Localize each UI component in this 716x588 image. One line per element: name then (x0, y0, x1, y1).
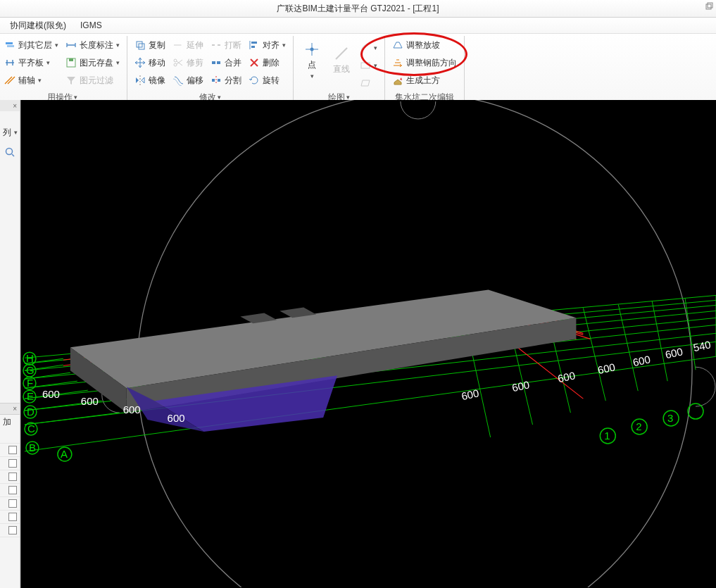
svg-text:A: A (61, 448, 68, 460)
svg-text:540: 540 (692, 338, 712, 354)
delete-icon (249, 57, 260, 68)
arc-button: ▾ (357, 40, 380, 56)
checkbox[interactable] (8, 499, 17, 508)
checkbox[interactable] (8, 486, 17, 494)
svg-text:600: 600 (123, 404, 141, 415)
checkbox[interactable] (8, 513, 17, 521)
checkbox[interactable] (8, 526, 17, 534)
length-dim-button[interactable]: 长度标注▾ (63, 37, 123, 53)
arc-icon (360, 42, 371, 54)
viewport-3d[interactable]: H G F E D C B A 1 2 3 600 600 600 600 60… (20, 100, 716, 588)
extend-icon (172, 39, 184, 51)
copy-button[interactable]: 复制 (132, 37, 168, 53)
list-button[interactable]: 列 ▾ (0, 125, 20, 139)
element-store-icon (65, 57, 77, 68)
svg-rect-15 (251, 46, 255, 48)
window-restore-icon[interactable] (705, 2, 714, 11)
align-icon (249, 39, 260, 51)
chevron-down-icon: ▾ (38, 77, 42, 84)
align-board-button[interactable]: 平齐板▾ (1, 55, 61, 70)
svg-rect-12 (212, 79, 215, 82)
property-row[interactable] (0, 457, 20, 470)
element-filter-button: 图元过滤 (63, 73, 123, 88)
checkbox[interactable] (8, 446, 17, 454)
svg-text:F: F (27, 377, 33, 389)
point-icon (303, 41, 320, 58)
svg-rect-3 (7, 45, 14, 47)
property-row[interactable] (0, 444, 20, 457)
merge-button[interactable]: 合并 (208, 55, 244, 70)
side-panel-lower: × 加 (0, 403, 20, 588)
svg-rect-11 (217, 61, 220, 64)
svg-point-8 (174, 63, 177, 66)
chevron-down-icon: ▾ (55, 42, 58, 49)
add-button[interactable]: 加 (0, 415, 20, 430)
svg-text:600: 600 (596, 361, 616, 376)
svg-rect-0 (706, 4, 711, 9)
property-row[interactable] (0, 430, 20, 444)
property-row[interactable] (0, 524, 20, 537)
property-row[interactable] (0, 484, 20, 497)
svg-text:D: D (27, 406, 34, 418)
menu-igms[interactable]: IGMS (73, 19, 109, 32)
slope-icon (392, 39, 403, 51)
adjust-slope-button[interactable]: 调整放坡 (389, 37, 460, 53)
split-button[interactable]: 分割 (208, 73, 244, 88)
checkbox[interactable] (8, 473, 17, 481)
ribbon-group-sump-edit: 调整放坡 调整钢筋方向 生成土方 集水坑二次编辑 (385, 36, 465, 104)
mirror-button[interactable]: 镜像 (132, 73, 168, 88)
mirror-icon (134, 75, 146, 86)
copy-icon (134, 39, 146, 51)
to-other-layer-button[interactable]: 到其它层▾ (1, 37, 61, 53)
rotate-icon (249, 75, 260, 86)
svg-rect-2 (6, 42, 13, 44)
trim-icon (172, 57, 184, 68)
trim-button: 修剪 (170, 55, 206, 70)
generate-earthwork-button[interactable]: 生成土方 (389, 73, 460, 88)
rotate-button[interactable]: 旋转 (246, 73, 289, 88)
svg-text:G: G (26, 364, 34, 376)
point-button[interactable]: 点 ▾ (298, 39, 326, 81)
svg-line-62 (25, 413, 120, 425)
panel-close-icon[interactable]: × (0, 404, 20, 415)
element-store-button[interactable]: 图元存盘▾ (63, 55, 123, 70)
move-button[interactable]: 移动 (132, 55, 168, 70)
checkbox[interactable] (8, 459, 17, 468)
chevron-down-icon: ▾ (46, 59, 50, 66)
earthwork-icon (392, 75, 403, 86)
length-dim-icon (65, 39, 77, 51)
property-row[interactable] (0, 470, 20, 484)
merge-icon (211, 57, 222, 68)
move-icon (134, 57, 146, 68)
scene-svg: H G F E D C B A 1 2 3 600 600 600 600 60… (21, 100, 716, 587)
svg-rect-7 (139, 44, 144, 49)
property-row[interactable] (0, 497, 20, 511)
svg-point-18 (6, 149, 13, 155)
extend-button: 延伸 (170, 37, 206, 53)
rect-icon (360, 60, 371, 71)
parallelogram-icon (360, 77, 371, 89)
svg-text:C: C (27, 423, 35, 434)
svg-text:3: 3 (667, 412, 673, 424)
chevron-down-icon: ▾ (310, 73, 314, 80)
offset-button[interactable]: 偏移 (170, 73, 206, 88)
rebar-dir-icon (392, 57, 403, 68)
side-panel: × 列 ▾ × 加 (0, 100, 20, 588)
svg-rect-13 (218, 79, 220, 82)
delete-button[interactable]: 删除 (246, 55, 289, 70)
svg-text:E: E (27, 390, 34, 402)
break-button: 打断 (208, 37, 244, 53)
property-row[interactable] (0, 511, 20, 524)
menu-collab[interactable]: 协同建模(限免) (3, 18, 73, 33)
adjust-rebar-dir-button[interactable]: 调整钢筋方向 (389, 55, 460, 70)
line-button: 直线 (327, 39, 356, 81)
svg-text:600: 600 (557, 369, 577, 384)
chevron-down-icon: ▾ (282, 42, 286, 49)
funnel-icon (65, 75, 77, 86)
aux-axis-button[interactable]: 辅轴▾ (1, 73, 61, 88)
align-button[interactable]: 对齐▾ (246, 37, 289, 53)
svg-rect-1 (708, 3, 712, 8)
main-area: × 列 ▾ × 加 (0, 100, 716, 588)
search-icon[interactable] (4, 146, 15, 160)
panel-close-icon[interactable]: × (0, 100, 20, 111)
